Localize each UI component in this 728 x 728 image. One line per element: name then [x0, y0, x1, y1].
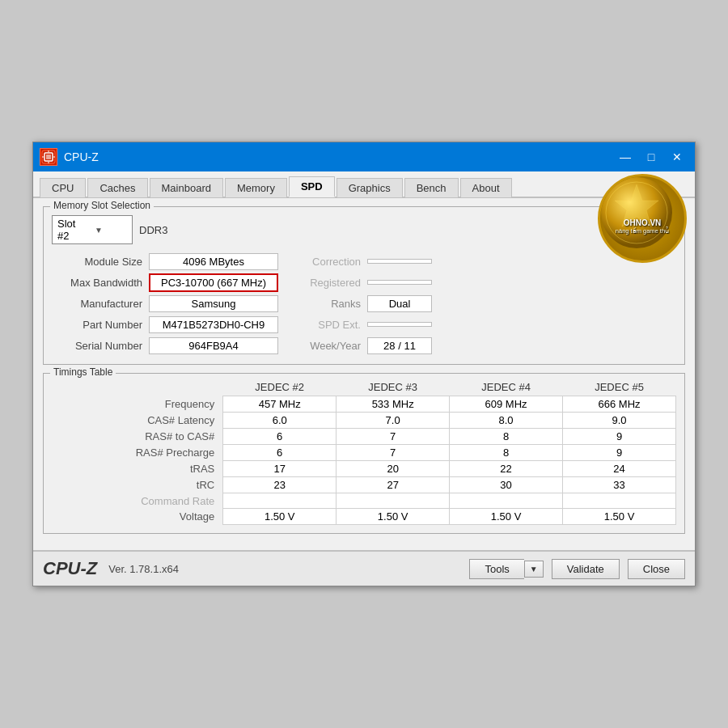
ranks-row: Ranks Dual — [294, 293, 432, 314]
timing-row-label: RAS# Precharge — [52, 445, 223, 461]
tab-bench[interactable]: Bench — [404, 178, 459, 197]
correction-label: Correction — [294, 256, 367, 268]
timing-cell: 17 — [223, 461, 336, 477]
timings-title: Timings Table — [50, 366, 116, 378]
timing-row-label: tRAS — [52, 461, 223, 477]
title-bar: CPU-Z — □ ✕ — [33, 142, 695, 171]
info-grid: Module Size 4096 MBytes Max Bandwidth PC… — [52, 251, 676, 356]
tab-mainboard[interactable]: Mainboard — [150, 178, 223, 197]
info-left: Module Size 4096 MBytes Max Bandwidth PC… — [52, 251, 278, 356]
timing-cell: 9 — [563, 445, 676, 461]
memory-slot-group: Memory Slot Selection Slot #2 ▼ DDR3 Mod… — [43, 206, 685, 365]
validate-button[interactable]: Validate — [552, 559, 620, 579]
watermark-brand: OHNO.VN — [616, 218, 669, 227]
spd-ext-label: SPD Ext. — [294, 319, 367, 331]
max-bandwidth-value: PC3-10700 (667 MHz) — [149, 273, 278, 292]
dropdown-arrow-icon: ▼ — [95, 226, 127, 235]
serial-number-row: Serial Number 964FB9A4 — [52, 335, 278, 356]
table-row: Frequency457 MHz533 MHz609 MHz666 MHz — [52, 396, 676, 413]
timing-row-label: Voltage — [52, 509, 223, 525]
table-row: tRAS17202224 — [52, 461, 676, 477]
slot-row: Slot #2 ▼ DDR3 — [52, 215, 676, 244]
version-text: Ver. 1.78.1.x64 — [108, 563, 461, 575]
ranks-label: Ranks — [294, 298, 367, 310]
manufacturer-row: Manufacturer Samsung — [52, 293, 278, 314]
timing-cell: 6 — [223, 445, 336, 461]
tab-graphics[interactable]: Graphics — [336, 178, 403, 197]
tab-memory[interactable]: Memory — [225, 178, 287, 197]
col-header-jedec2: JEDEC #2 — [223, 379, 336, 396]
col-header-empty — [52, 379, 223, 396]
timing-cell: 33 — [563, 477, 676, 493]
timing-cell: 1.50 V — [336, 509, 450, 525]
table-row: CAS# Latency6.07.08.09.0 — [52, 413, 676, 429]
svg-rect-2 — [46, 154, 51, 159]
max-bandwidth-row: Max Bandwidth PC3-10700 (667 MHz) — [52, 272, 278, 293]
tab-caches[interactable]: Caches — [87, 178, 147, 197]
minimize-button[interactable]: — — [614, 148, 637, 166]
timing-cell: 6 — [223, 429, 336, 445]
timing-cell: 27 — [336, 477, 450, 493]
timing-cell: 7 — [336, 445, 450, 461]
registered-label: Registered — [294, 277, 367, 289]
timing-row-label: Frequency — [52, 396, 223, 413]
correction-row: Correction — [294, 251, 432, 272]
timing-cell — [223, 493, 336, 509]
timing-cell: 533 MHz — [336, 396, 450, 413]
week-year-row: Week/Year 28 / 11 — [294, 335, 432, 356]
close-app-button[interactable]: Close — [628, 559, 685, 579]
main-content: OHNO.VN nâng tầm game thủ Memory Slot Se… — [33, 198, 695, 550]
tabs-bar: CPU Caches Mainboard Memory SPD Graphics… — [33, 171, 695, 198]
week-year-value: 28 / 11 — [367, 337, 432, 354]
window-title: CPU-Z — [64, 150, 607, 163]
timings-table: JEDEC #2 JEDEC #3 JEDEC #4 JEDEC #5 Freq… — [52, 379, 676, 525]
memory-slot-title: Memory Slot Selection — [50, 200, 154, 211]
timing-cell: 30 — [450, 477, 563, 493]
timing-row-label: tRC — [52, 477, 223, 493]
slot-dropdown[interactable]: Slot #2 ▼ — [52, 215, 133, 244]
timing-cell: 8 — [450, 429, 563, 445]
timing-cell: 23 — [223, 477, 336, 493]
tools-group: Tools ▼ — [469, 559, 543, 579]
timing-cell: 1.50 V — [563, 509, 676, 525]
tab-spd[interactable]: SPD — [289, 176, 335, 197]
manufacturer-label: Manufacturer — [52, 298, 149, 310]
tools-button[interactable]: Tools — [469, 559, 523, 579]
week-year-label: Week/Year — [294, 340, 367, 352]
module-size-row: Module Size 4096 MBytes — [52, 251, 278, 272]
timing-row-label: Command Rate — [52, 493, 223, 509]
bottom-bar: CPU-Z Ver. 1.78.1.x64 Tools ▼ Validate C… — [33, 550, 695, 586]
timing-cell: 1.50 V — [223, 509, 336, 525]
slot-value: Slot #2 — [57, 218, 90, 242]
table-row: RAS# to CAS#6789 — [52, 429, 676, 445]
manufacturer-value: Samsung — [149, 295, 278, 312]
timing-cell: 666 MHz — [563, 396, 676, 413]
part-number-value: M471B5273DH0-CH9 — [149, 316, 278, 333]
module-size-label: Module Size — [52, 256, 149, 268]
timing-cell: 9 — [563, 429, 676, 445]
timing-cell: 7.0 — [336, 413, 450, 429]
timing-cell: 7 — [336, 429, 450, 445]
timing-row-label: CAS# Latency — [52, 413, 223, 429]
spd-ext-row: SPD Ext. — [294, 314, 432, 335]
tools-dropdown-button[interactable]: ▼ — [524, 561, 544, 578]
bottom-logo: CPU-Z — [43, 558, 97, 579]
timings-group: Timings Table JEDEC #2 JEDEC #3 JEDEC #4… — [43, 373, 685, 534]
info-right: Correction Registered Ranks Dual SPD Ext… — [294, 251, 432, 356]
timing-cell: 8.0 — [450, 413, 563, 429]
timing-cell — [563, 493, 676, 509]
table-row: Command Rate — [52, 493, 676, 509]
maximize-button[interactable]: □ — [640, 148, 662, 166]
tab-cpu[interactable]: CPU — [40, 178, 86, 197]
part-number-row: Part Number M471B5273DH0-CH9 — [52, 314, 278, 335]
timing-cell: 20 — [336, 461, 450, 477]
correction-value — [367, 259, 432, 264]
close-button[interactable]: ✕ — [666, 148, 688, 166]
window-controls: — □ ✕ — [614, 148, 688, 166]
col-header-jedec3: JEDEC #3 — [336, 379, 450, 396]
serial-number-value: 964FB9A4 — [149, 337, 278, 354]
registered-value — [367, 280, 432, 285]
cpu-z-window: CPU-Z — □ ✕ CPU Caches Mainboard Memory … — [32, 142, 696, 586]
ranks-value: Dual — [367, 295, 432, 312]
tab-about[interactable]: About — [460, 178, 512, 197]
